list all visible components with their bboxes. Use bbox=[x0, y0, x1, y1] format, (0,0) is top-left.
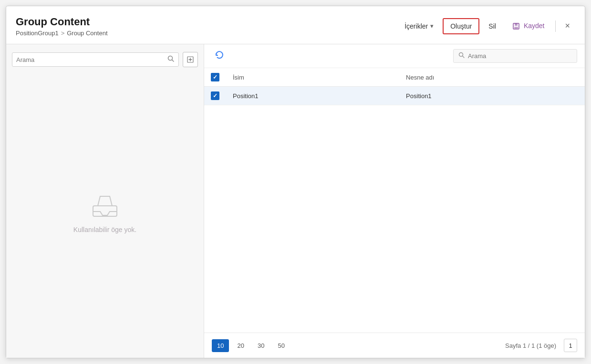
search-input[interactable] bbox=[16, 56, 165, 63]
search-icon bbox=[167, 55, 175, 64]
page-size-10[interactable]: 10 bbox=[212, 339, 229, 352]
page-1-button[interactable]: 1 bbox=[564, 339, 577, 352]
main-body: Kullanılabilir öge yok. bbox=[6, 44, 585, 358]
olustur-button[interactable]: Oluştur bbox=[443, 18, 479, 34]
col-isim: İsim bbox=[226, 68, 399, 87]
icerikler-button[interactable]: İçerikler ▾ bbox=[397, 19, 441, 34]
pagination: 10 20 30 50 Sayfa 1 / 1 (1 öge) 1 bbox=[204, 333, 585, 358]
sil-label: Sil bbox=[488, 22, 496, 30]
icerikler-label: İçerikler bbox=[404, 22, 428, 30]
header: Group Content PositionGroup1 > Group Con… bbox=[6, 6, 585, 44]
empty-tray-icon bbox=[91, 192, 119, 220]
page-size-30[interactable]: 30 bbox=[252, 339, 270, 352]
action-separator bbox=[555, 20, 556, 32]
kaydet-button[interactable]: Kaydet bbox=[505, 18, 552, 34]
table-header-row: İsim Nesne adı bbox=[204, 68, 585, 87]
add-button[interactable] bbox=[183, 52, 198, 67]
olustur-label: Oluştur bbox=[450, 22, 472, 30]
svg-line-4 bbox=[172, 60, 174, 62]
breadcrumb-parent: PositionGroup1 bbox=[16, 30, 59, 37]
right-search-input[interactable] bbox=[468, 52, 572, 60]
main-window: Group Content PositionGroup1 > Group Con… bbox=[6, 6, 585, 358]
save-icon bbox=[512, 22, 521, 30]
header-actions: İçerikler ▾ Oluştur Sil Kaydet bbox=[397, 18, 575, 34]
row-isim: Position1 bbox=[226, 87, 399, 105]
svg-rect-1 bbox=[515, 23, 518, 26]
close-button[interactable]: × bbox=[560, 19, 575, 33]
page-size-50[interactable]: 50 bbox=[272, 339, 290, 352]
refresh-button[interactable] bbox=[212, 49, 227, 63]
right-search-icon bbox=[458, 52, 465, 60]
breadcrumb: PositionGroup1 > Group Content bbox=[16, 30, 108, 37]
row-checkbox[interactable] bbox=[211, 91, 219, 100]
table-row[interactable]: Position1 Position1 bbox=[204, 87, 585, 105]
chevron-down-icon: ▾ bbox=[430, 22, 434, 30]
page-title: Group Content bbox=[16, 16, 108, 28]
page-info: Sayfa 1 / 1 (1 öge) bbox=[505, 342, 556, 349]
search-box bbox=[12, 52, 179, 67]
right-panel: İsim Nesne adı Position1 bbox=[204, 44, 585, 358]
sil-button[interactable]: Sil bbox=[481, 19, 503, 34]
search-row bbox=[12, 52, 198, 67]
breadcrumb-current: Group Content bbox=[67, 30, 107, 37]
row-nesne-adi: Position1 bbox=[399, 87, 585, 105]
select-all-checkbox[interactable] bbox=[211, 73, 219, 81]
right-search-box bbox=[453, 49, 577, 63]
empty-text: Kullanılabilir öge yok. bbox=[73, 226, 136, 233]
row-checkbox-cell bbox=[204, 87, 226, 105]
empty-state: Kullanılabilir öge yok. bbox=[12, 75, 198, 350]
header-checkbox-cell bbox=[204, 68, 226, 87]
right-toolbar bbox=[204, 44, 585, 68]
header-left: Group Content PositionGroup1 > Group Con… bbox=[16, 16, 108, 37]
close-icon: × bbox=[565, 21, 570, 31]
col-nesne-adi: Nesne adı bbox=[399, 68, 585, 87]
left-panel: Kullanılabilir öge yok. bbox=[6, 44, 204, 358]
svg-line-10 bbox=[463, 56, 465, 58]
breadcrumb-separator: > bbox=[61, 30, 65, 37]
svg-rect-2 bbox=[514, 27, 518, 29]
kaydet-label: Kaydet bbox=[524, 22, 545, 30]
page-size-20[interactable]: 20 bbox=[232, 339, 249, 352]
table-area: İsim Nesne adı Position1 bbox=[204, 68, 585, 333]
data-table: İsim Nesne adı Position1 bbox=[204, 68, 585, 105]
